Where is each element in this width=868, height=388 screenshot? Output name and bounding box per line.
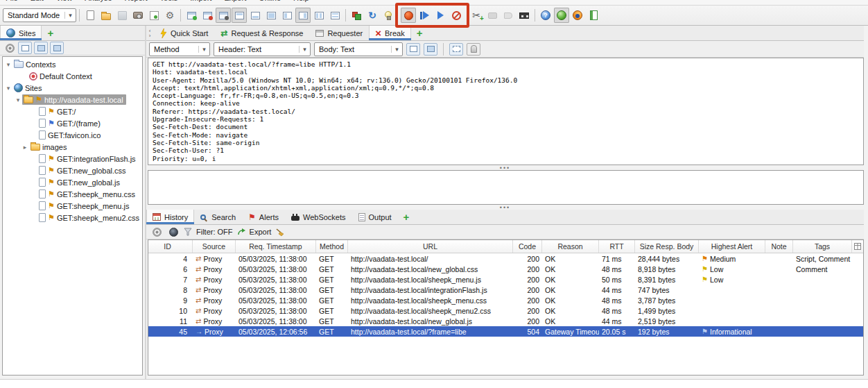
syntax-highlight-button[interactable] <box>467 43 480 56</box>
tree-node[interactable]: ⚑ GET:sheepk_menu2.css <box>3 212 142 223</box>
menu-item[interactable]: Help <box>293 0 309 2</box>
method-select[interactable]: Method ▾ <box>149 42 210 56</box>
body-view-select[interactable]: Body: Text ▾ <box>314 42 403 56</box>
options-notebook-button[interactable] <box>586 8 601 23</box>
expander-icon[interactable] <box>21 144 29 151</box>
menu-item[interactable]: Analyse <box>85 0 112 2</box>
expander-icon[interactable] <box>4 85 12 92</box>
col-note[interactable]: Note <box>765 240 793 253</box>
add-custom-break-button[interactable]: ✂ <box>469 8 484 23</box>
check-for-updates-button[interactable]: ↻ <box>365 8 380 23</box>
col-code[interactable]: Code <box>513 240 542 253</box>
col-id[interactable]: ID <box>148 240 193 253</box>
col-reason[interactable]: Reason <box>542 240 599 253</box>
options-button[interactable]: ⚙ <box>162 8 177 23</box>
tab-sites[interactable]: Sites <box>0 26 42 40</box>
history-row[interactable]: 8 ⇄ Proxy 05/03/2025, 11:38:00 GET http:… <box>148 285 863 295</box>
tree-node[interactable]: ⚑ GET:new_global.css <box>3 165 142 176</box>
menu-item[interactable]: Edit <box>31 0 44 2</box>
hints-button[interactable] <box>381 8 396 23</box>
tree-node[interactable]: ⚑ Default Context <box>3 70 142 82</box>
menu-item[interactable]: Import <box>190 0 211 2</box>
export-label[interactable]: Export <box>250 228 272 236</box>
layout-columns-button[interactable] <box>311 8 327 23</box>
workspace-splitter[interactable]: ••• <box>146 205 864 210</box>
menu-item[interactable]: Online <box>259 0 281 2</box>
menu-item[interactable]: Export <box>224 0 246 2</box>
layout-rows-button[interactable] <box>327 8 342 23</box>
history-row[interactable]: 11 ⇄ Proxy 05/03/2025, 11:38:00 GET http… <box>148 316 863 326</box>
continue-button[interactable] <box>433 8 448 23</box>
hud-button[interactable] <box>554 8 569 23</box>
keyboard-button[interactable] <box>517 8 532 23</box>
close-windows-button[interactable] <box>200 8 215 23</box>
add-tab-button[interactable]: + <box>398 210 415 224</box>
history-row[interactable]: 4 ⇄ Proxy 05/03/2025, 11:38:00 GET http:… <box>148 253 863 264</box>
scope-filter-button[interactable] <box>150 226 163 238</box>
request-headers-text[interactable]: GET http://vaadata-test.local/?frame=lib… <box>148 58 863 165</box>
col-size-resp-body[interactable]: Size Resp. Body <box>635 240 699 253</box>
tree-node[interactable]: ⚑ GET:favicon.ico <box>3 129 142 141</box>
tab-search[interactable]: Search <box>194 210 242 224</box>
tab-output[interactable]: Output <box>352 210 398 224</box>
add-tab-button[interactable]: + <box>411 26 428 40</box>
column-settings-button[interactable] <box>852 240 863 253</box>
col-highest-alert[interactable]: Highest Alert <box>699 240 765 253</box>
tree-node[interactable]: ⚑ GET:new_global.js <box>3 176 142 188</box>
record-client-button[interactable] <box>485 8 500 23</box>
tree-node[interactable]: ⚑ images <box>3 141 142 153</box>
export-context-button[interactable] <box>50 42 64 54</box>
menu-item[interactable]: File <box>6 0 18 2</box>
tree-node[interactable]: ⚑ GET:integrationFlash.js <box>3 153 142 165</box>
tab-history[interactable]: History <box>146 210 194 224</box>
col-tags[interactable]: Tags <box>793 240 852 253</box>
expander-icon[interactable] <box>4 61 12 68</box>
tree-node[interactable]: ⚑ GET:sheepk_menu.css <box>3 188 142 200</box>
header-view-select[interactable]: Header: Text ▾ <box>214 42 311 56</box>
history-row[interactable]: 6 ⇄ Proxy 05/03/2025, 11:38:00 GET http:… <box>148 264 863 274</box>
col-rtt[interactable]: RTT <box>599 240 635 253</box>
col-url[interactable]: URL <box>348 240 513 253</box>
menu-item[interactable]: View <box>56 0 73 2</box>
tab-request-response[interactable]: ⇄ Request & Response <box>214 26 309 40</box>
layout-split-view-button[interactable] <box>424 43 437 56</box>
mode-selector[interactable]: Standard Mode ▾ <box>3 8 76 22</box>
expander-icon[interactable] <box>14 96 22 103</box>
layout-bottom-button[interactable] <box>248 8 263 23</box>
tab-alerts[interactable]: ⚑ Alerts <box>242 210 285 224</box>
fit-content-button[interactable] <box>449 43 463 56</box>
persist-session-button[interactable] <box>146 8 162 23</box>
tab-websockets[interactable]: WebSockets <box>285 210 352 224</box>
session-properties-button[interactable] <box>184 8 199 23</box>
tab-requester[interactable]: Requester <box>309 26 369 40</box>
export-arrow-icon[interactable] <box>237 228 245 236</box>
layout-top-button[interactable] <box>232 8 247 23</box>
tree-node[interactable]: ⚑ Sites <box>3 82 142 94</box>
history-row[interactable]: 45 → Proxy 05/03/2025, 12:06:56 GET http… <box>148 326 863 337</box>
new-context-button[interactable] <box>18 42 32 54</box>
scope-button[interactable] <box>3 42 16 54</box>
col-method[interactable]: Method <box>316 240 348 253</box>
tree-node[interactable]: ⚑ GET:/(frame) <box>3 117 142 129</box>
layout-right-button[interactable] <box>295 8 311 23</box>
new-session-button[interactable] <box>83 8 98 23</box>
maximize-panel-button[interactable] <box>216 8 231 23</box>
history-row[interactable]: 10 ⇄ Proxy 05/03/2025, 11:38:00 GET http… <box>148 305 863 316</box>
col-source[interactable]: Source <box>193 240 236 253</box>
step-button[interactable] <box>417 8 432 23</box>
record-zest-button[interactable] <box>501 8 516 23</box>
open-browser-button[interactable] <box>570 8 585 23</box>
broom-icon[interactable] <box>275 228 285 237</box>
layout-full-button[interactable] <box>263 8 279 23</box>
break-request-body-editor[interactable] <box>148 170 864 205</box>
tree-node[interactable]: ⚑ http://vaadata-test.local <box>3 94 142 106</box>
tree-node[interactable]: ⚑ GET:sheepk_menu.js <box>3 200 142 212</box>
tab-break[interactable]: × Break <box>369 26 411 40</box>
menu-item[interactable]: Report <box>125 0 148 2</box>
layout-left-button[interactable] <box>279 8 295 23</box>
bin-break-button[interactable] <box>449 8 464 23</box>
tab-quick-start[interactable]: Quick Start <box>153 26 214 40</box>
sites-filter-button[interactable] <box>167 226 180 238</box>
history-row[interactable]: 9 ⇄ Proxy 05/03/2025, 11:38:00 GET http:… <box>148 295 863 305</box>
show-components-button[interactable] <box>349 8 364 23</box>
